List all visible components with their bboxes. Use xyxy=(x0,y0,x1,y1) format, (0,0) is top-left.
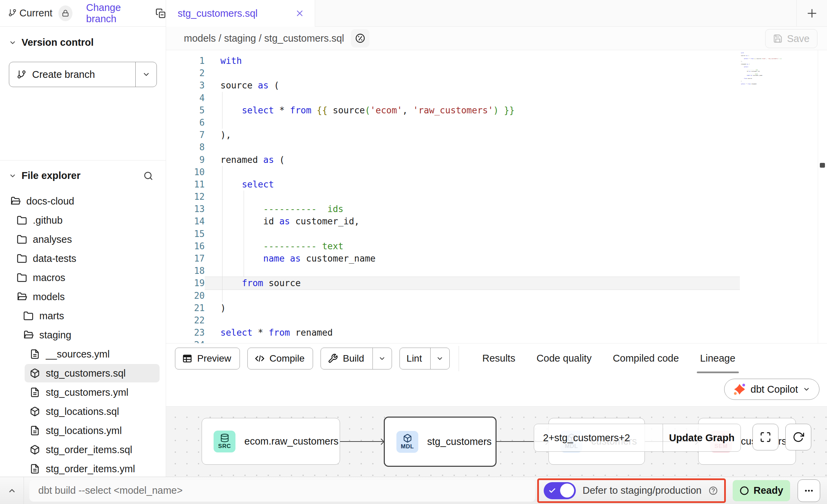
code-line-7[interactable]: 7), xyxy=(166,129,827,141)
fullscreen-button[interactable] xyxy=(753,424,778,450)
change-branch-link[interactable]: Change branch xyxy=(86,2,146,25)
scrollbar-thumb[interactable] xyxy=(820,163,825,168)
code-line-15[interactable]: 15 xyxy=(166,228,827,240)
line-number: 20 xyxy=(166,290,205,302)
file-tree-item-marts[interactable]: marts xyxy=(0,306,166,325)
code-text: with xyxy=(205,55,827,67)
file-tree-item-stg-locations-sql[interactable]: stg_locations.sql xyxy=(0,402,166,421)
chevron-down-icon xyxy=(142,70,150,79)
file-tree-item--github[interactable]: .github xyxy=(0,211,166,230)
code-text: name as customer_name xyxy=(205,252,827,265)
code-line-22[interactable]: 22 xyxy=(166,314,827,326)
code-line-10[interactable]: 10 xyxy=(166,166,827,178)
defer-highlight-box: Defer to staging/production xyxy=(537,478,726,503)
file-tree-item-stg-customers-yml[interactable]: stg_customers.yml xyxy=(0,383,166,402)
file-tree-item-stg-customers-sql[interactable]: stg_customers.sql xyxy=(0,364,166,383)
tab-compiled-code[interactable]: Compiled code xyxy=(613,344,679,373)
help-icon[interactable] xyxy=(708,486,718,495)
file-tree-item-macros[interactable]: macros xyxy=(0,268,166,287)
create-branch-main[interactable]: Create branch xyxy=(9,62,135,87)
copy-icon[interactable] xyxy=(155,8,166,18)
preview-button[interactable]: Preview xyxy=(175,348,240,369)
code-line-2[interactable]: 2 xyxy=(166,67,827,79)
code-line-1[interactable]: 1with xyxy=(166,55,827,67)
build-dropdown[interactable] xyxy=(372,348,392,369)
more-options-button[interactable] xyxy=(798,479,820,502)
line-number: 17 xyxy=(166,252,205,265)
save-label: Save xyxy=(787,33,810,44)
file-tree-item-stg-locations-yml[interactable]: stg_locations.yml xyxy=(0,421,166,440)
code-line-4[interactable]: 4 xyxy=(166,92,827,104)
current-branch-label: Current xyxy=(19,8,53,19)
tab-results[interactable]: Results xyxy=(482,344,515,373)
close-tab-icon[interactable] xyxy=(295,9,304,18)
code-line-11[interactable]: 11 select xyxy=(166,178,827,191)
create-branch-dropdown[interactable] xyxy=(135,62,157,87)
copilot-strip: dbt Copilot xyxy=(166,373,827,406)
code-line-6[interactable]: 6 xyxy=(166,116,827,129)
save-icon xyxy=(773,34,783,43)
lineage-canvas[interactable]: SRC ecom.raw_customers MDL stg_customers xyxy=(166,406,827,477)
file-tree-item-models[interactable]: models xyxy=(0,287,166,306)
new-tab-button[interactable] xyxy=(796,0,827,27)
code-line-24[interactable]: 24 xyxy=(166,339,827,343)
lineage-node-source[interactable]: SRC ecom.raw_customers xyxy=(202,418,340,465)
file-tree-item-staging[interactable]: staging xyxy=(0,325,166,345)
code-line-19[interactable]: 19 from source xyxy=(166,277,827,289)
file-tree-item-stg-order-items-yml[interactable]: stg_order_items.yml xyxy=(0,459,166,478)
line-number: 16 xyxy=(166,240,205,252)
expand-command-bar-button[interactable] xyxy=(0,477,24,504)
code-line-18[interactable]: 18 xyxy=(166,265,827,277)
indent-guide xyxy=(222,116,222,129)
code-text xyxy=(205,67,827,79)
code-line-9[interactable]: 9renamed as ( xyxy=(166,154,827,166)
defer-toggle[interactable] xyxy=(544,482,576,499)
build-button[interactable]: Build xyxy=(321,348,392,369)
file-tree-item-stg-order-items-sql[interactable]: stg_order_items.sql xyxy=(0,440,166,459)
create-branch-button[interactable]: Create branch xyxy=(9,62,157,87)
file-tree-item-docs-cloud[interactable]: docs-cloud xyxy=(0,192,166,211)
tab-lineage[interactable]: Lineage xyxy=(700,344,735,373)
lineage-node-stg-customers[interactable]: MDL stg_customers xyxy=(384,417,497,467)
code-line-21[interactable]: 21) xyxy=(166,302,827,314)
code-editor[interactable]: 1with23source as (45 select * from {{ so… xyxy=(166,50,827,343)
lint-button[interactable]: Lint xyxy=(399,348,450,369)
code-line-3[interactable]: 3source as ( xyxy=(166,79,827,92)
code-line-13[interactable]: 13 ---------- ids xyxy=(166,203,827,215)
code-line-5[interactable]: 5 select * from {{ source('ecom', 'raw_c… xyxy=(166,104,827,116)
file-tree-item-data-tests[interactable]: data-tests xyxy=(0,249,166,268)
save-button[interactable]: Save xyxy=(765,29,817,48)
lineage-edge xyxy=(340,441,383,442)
results-panel-tabs: ResultsCode qualityCompiled codeLineage xyxy=(482,344,735,373)
file-tree-item-analyses[interactable]: analyses xyxy=(0,230,166,249)
tab-code-quality[interactable]: Code quality xyxy=(537,344,592,373)
code-line-8[interactable]: 8 xyxy=(166,141,827,153)
compile-button[interactable]: Compile xyxy=(247,348,313,369)
code-line-12[interactable]: 12 xyxy=(166,191,827,203)
code-line-14[interactable]: 14 id as customer_id, xyxy=(166,215,827,227)
chevron-down-icon[interactable] xyxy=(9,39,16,46)
dbt-copilot-button[interactable]: dbt Copilot xyxy=(724,379,819,400)
search-icon[interactable] xyxy=(143,171,153,181)
file-icon xyxy=(30,387,40,397)
code-line-17[interactable]: 17 name as customer_name xyxy=(166,252,827,265)
command-input[interactable]: dbt build --select <model_name> xyxy=(29,480,535,502)
lint-dropdown[interactable] xyxy=(430,348,449,369)
chevron-down-icon[interactable] xyxy=(9,172,16,180)
read-only-lock-badge xyxy=(58,5,72,21)
code-text: select * from renamed xyxy=(205,326,827,339)
update-graph-button[interactable]: Update Graph xyxy=(663,424,741,451)
file-tree-item--sources-yml[interactable]: __sources.yml xyxy=(0,345,166,364)
healthcheck-button[interactable] xyxy=(351,29,369,47)
lineage-selector-input[interactable]: 2+stg_customers+2 xyxy=(534,424,663,451)
line-number: 4 xyxy=(166,92,205,104)
minimap[interactable]: withsource as ( select * from {{ source(… xyxy=(741,52,783,86)
git-branch-icon xyxy=(8,9,17,18)
refresh-button[interactable] xyxy=(785,424,811,450)
ide-status-badge[interactable]: Ready xyxy=(733,480,790,501)
folder-icon xyxy=(17,272,27,283)
code-line-20[interactable]: 20 xyxy=(166,290,827,302)
code-line-23[interactable]: 23select * from renamed xyxy=(166,326,827,339)
tab-stg-customers-sql[interactable]: stg_customers.sql xyxy=(166,0,315,27)
code-line-16[interactable]: 16 ---------- text xyxy=(166,240,827,252)
